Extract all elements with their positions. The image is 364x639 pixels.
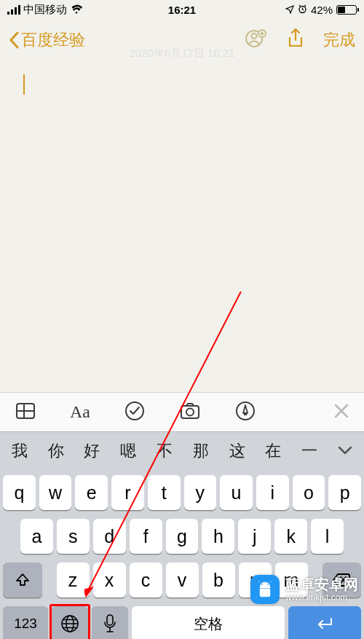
numbers-key[interactable]: 123 bbox=[3, 606, 48, 639]
key-v[interactable]: v bbox=[166, 562, 199, 597]
watermark: 蓝卓安卓网 www.lmkjst.com bbox=[250, 575, 358, 604]
candidate[interactable]: 这 bbox=[219, 440, 256, 462]
camera-icon bbox=[179, 400, 201, 422]
key-z[interactable]: z bbox=[57, 562, 90, 597]
key-q[interactable]: q bbox=[3, 475, 36, 510]
share-icon bbox=[284, 27, 307, 50]
table-icon bbox=[15, 400, 36, 422]
nav-bar: 百度经验 完成 2020年6月17日 16:21 bbox=[0, 19, 364, 61]
candidate[interactable]: 不 bbox=[146, 440, 183, 462]
status-left: 中国移动 bbox=[7, 3, 83, 17]
camera-button[interactable] bbox=[179, 400, 201, 425]
candidate[interactable]: 那 bbox=[183, 440, 219, 462]
close-icon bbox=[333, 403, 349, 419]
key-s[interactable]: s bbox=[57, 519, 90, 554]
battery-icon bbox=[336, 5, 357, 15]
share-button[interactable] bbox=[284, 27, 307, 53]
expand-candidates-button[interactable] bbox=[328, 444, 363, 458]
svg-rect-16 bbox=[107, 615, 113, 625]
clock: 16:21 bbox=[168, 4, 196, 16]
watermark-url: www.lmkjst.com bbox=[285, 592, 358, 603]
return-icon bbox=[314, 616, 335, 631]
shift-icon bbox=[15, 572, 31, 588]
table-button[interactable] bbox=[15, 400, 36, 425]
battery-percent: 42% bbox=[311, 4, 333, 16]
checklist-button[interactable] bbox=[124, 400, 146, 425]
key-f[interactable]: f bbox=[130, 519, 162, 554]
candidate[interactable]: 好 bbox=[74, 440, 111, 462]
android-icon bbox=[255, 579, 275, 600]
note-editor[interactable] bbox=[0, 61, 364, 392]
candidate-bar: 我 你 好 嗯 不 那 这 在 一 bbox=[0, 431, 364, 469]
candidate[interactable]: 一 bbox=[291, 440, 328, 462]
location-icon bbox=[285, 4, 294, 16]
key-e[interactable]: e bbox=[75, 475, 108, 510]
globe-icon bbox=[60, 614, 79, 633]
dictation-key[interactable] bbox=[92, 606, 128, 639]
carrier-label: 中国移动 bbox=[23, 3, 67, 17]
candidate[interactable]: 我 bbox=[1, 440, 38, 462]
key-h[interactable]: h bbox=[202, 519, 234, 554]
back-button[interactable]: 百度经验 bbox=[9, 29, 85, 51]
mic-icon bbox=[103, 614, 116, 633]
key-p[interactable]: p bbox=[328, 475, 361, 510]
key-t[interactable]: t bbox=[148, 475, 181, 510]
markup-button[interactable] bbox=[234, 400, 256, 425]
key-o[interactable]: o bbox=[293, 475, 325, 510]
watermark-title: 蓝卓安卓网 bbox=[285, 576, 358, 592]
svg-point-9 bbox=[126, 402, 143, 420]
key-x[interactable]: x bbox=[93, 562, 126, 597]
key-r[interactable]: r bbox=[111, 475, 144, 510]
key-j[interactable]: j bbox=[238, 519, 271, 554]
key-i[interactable]: i bbox=[256, 475, 289, 510]
back-label: 百度经验 bbox=[21, 29, 85, 51]
keyboard: q w e r t y u i o p a s d f g h j k l z … bbox=[0, 469, 364, 639]
space-key[interactable]: 空格 bbox=[132, 606, 285, 639]
key-a[interactable]: a bbox=[20, 519, 53, 554]
chevron-down-icon bbox=[338, 446, 352, 455]
collaborate-button[interactable] bbox=[245, 27, 268, 53]
key-l[interactable]: l bbox=[311, 519, 344, 554]
svg-point-11 bbox=[186, 408, 194, 415]
key-c[interactable]: c bbox=[130, 562, 162, 597]
text-format-button[interactable]: Aa bbox=[70, 402, 90, 422]
text-cursor bbox=[23, 74, 25, 95]
key-w[interactable]: w bbox=[39, 475, 72, 510]
key-g[interactable]: g bbox=[166, 519, 199, 554]
return-key[interactable] bbox=[288, 606, 361, 639]
candidate[interactable]: 你 bbox=[38, 440, 74, 462]
chevron-left-icon bbox=[9, 31, 20, 49]
candidate[interactable]: 嗯 bbox=[110, 440, 146, 462]
status-bar: 中国移动 16:21 42% bbox=[0, 0, 364, 19]
alarm-icon bbox=[298, 4, 307, 16]
key-k[interactable]: k bbox=[274, 519, 307, 554]
svg-point-2 bbox=[252, 34, 257, 39]
pen-circle-icon bbox=[234, 400, 256, 422]
key-y[interactable]: y bbox=[184, 475, 217, 510]
key-d[interactable]: d bbox=[93, 519, 126, 554]
done-button[interactable]: 完成 bbox=[323, 29, 355, 51]
shift-key[interactable] bbox=[3, 562, 42, 597]
watermark-logo bbox=[250, 575, 280, 604]
dismiss-keyboard-button[interactable] bbox=[333, 401, 349, 424]
status-right: 42% bbox=[285, 4, 357, 16]
checkmark-circle-icon bbox=[124, 400, 146, 422]
wifi-icon bbox=[70, 4, 83, 16]
key-b[interactable]: b bbox=[202, 562, 235, 597]
key-u[interactable]: u bbox=[220, 475, 253, 510]
candidate[interactable]: 在 bbox=[255, 440, 291, 462]
format-toolbar: Aa bbox=[0, 392, 364, 431]
person-circle-icon bbox=[245, 27, 268, 50]
globe-key[interactable] bbox=[52, 606, 88, 639]
note-date: 2020年6月17日 16:21 bbox=[129, 47, 234, 60]
signal-icon bbox=[7, 5, 20, 15]
